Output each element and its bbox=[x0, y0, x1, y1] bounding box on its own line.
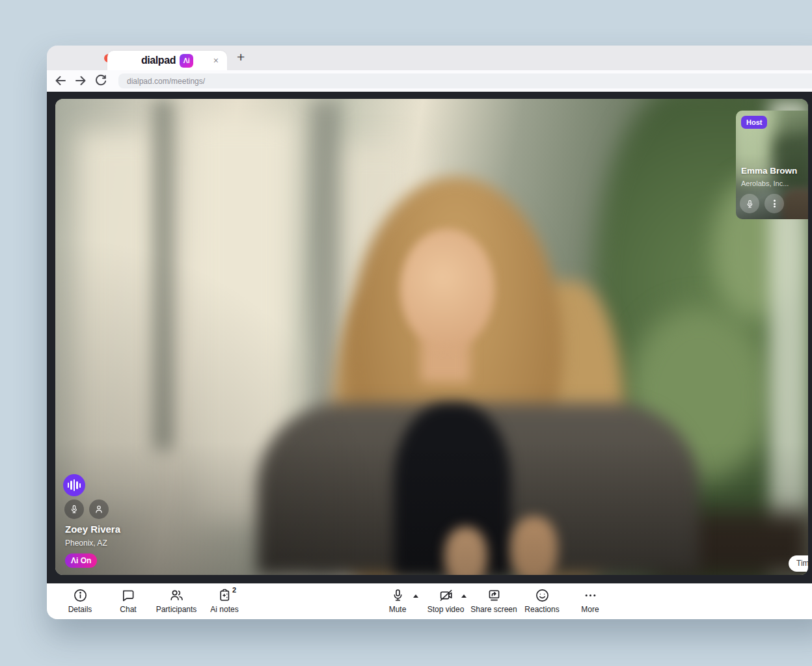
participants-button[interactable]: Participants bbox=[152, 583, 200, 614]
ai-on-badge: Ʌi On bbox=[65, 553, 97, 568]
video-options-caret-icon[interactable] bbox=[461, 594, 467, 598]
thumbnail-menu-button kebab-menu-icon[interactable] bbox=[765, 194, 784, 213]
share-screen-button[interactable]: Share screen bbox=[470, 583, 518, 614]
speaker-location: Pheonix, AZ bbox=[65, 539, 107, 548]
person-icon bbox=[89, 500, 109, 519]
details-button[interactable]: Details bbox=[56, 583, 104, 614]
ai-notes-count-badge: 2 bbox=[232, 586, 236, 594]
more-button[interactable]: More bbox=[566, 583, 614, 614]
dialpad-logo: dialpad bbox=[141, 55, 176, 66]
mute-button[interactable]: Mute bbox=[373, 583, 422, 614]
forward-arrow-icon[interactable] bbox=[74, 73, 88, 88]
chat-icon bbox=[121, 588, 136, 603]
info-icon bbox=[73, 588, 88, 603]
reload-icon[interactable] bbox=[94, 73, 108, 88]
ai-notes-icon bbox=[217, 588, 232, 603]
remote-video-thumbnail[interactable]: Host Emma Brown Aerolabs, Inc... bbox=[736, 111, 808, 219]
back-arrow-icon[interactable] bbox=[53, 73, 68, 88]
host-badge: Host bbox=[741, 116, 767, 129]
speaking-indicator waveform-icon bbox=[63, 474, 85, 496]
new-tab-button[interactable]: + bbox=[237, 49, 245, 65]
address-bar[interactable]: dialpad.com/meetings/ bbox=[118, 73, 812, 88]
browser-titlebar: dialpad Ʌi × + bbox=[47, 46, 812, 70]
more-dots-icon bbox=[583, 588, 598, 603]
speaker-name: Zoey Rivera bbox=[65, 524, 120, 535]
stop-video-button[interactable]: Stop video bbox=[422, 583, 470, 614]
meeting-app: Zoey Rivera Pheonix, AZ Ʌi On Timer Host… bbox=[47, 92, 812, 583]
reactions-button[interactable]: Reactions bbox=[518, 583, 566, 614]
timer-button[interactable]: Timer bbox=[789, 555, 808, 572]
main-video-tile: Zoey Rivera Pheonix, AZ Ʌi On Timer Host… bbox=[55, 99, 808, 575]
meeting-toolbar: Details Chat Participants 2 Ai notes Mut… bbox=[47, 583, 812, 619]
remote-participant-name: Emma Brown bbox=[741, 166, 797, 176]
microphone-icon bbox=[745, 199, 755, 209]
mute-options-caret-icon[interactable] bbox=[413, 594, 418, 598]
smiley-icon bbox=[535, 588, 550, 603]
browser-navbar: dialpad.com/meetings/ bbox=[47, 70, 812, 92]
browser-tab-dialpad[interactable]: dialpad Ʌi × bbox=[107, 51, 227, 70]
remote-participant-company: Aerolabs, Inc... bbox=[741, 180, 789, 187]
ai-notes-button[interactable]: 2 Ai notes bbox=[200, 583, 249, 614]
microphone-status-icon bbox=[64, 500, 84, 519]
url-text: dialpad.com/meetings/ bbox=[127, 77, 205, 86]
tab-close-icon[interactable]: × bbox=[213, 55, 219, 66]
microphone-icon bbox=[390, 588, 405, 603]
chat-button[interactable]: Chat bbox=[104, 583, 152, 614]
participants-icon bbox=[169, 588, 184, 603]
dialpad-ai-logo-icon: Ʌi bbox=[180, 54, 193, 68]
browser-window: dialpad Ʌi × + dialpad.com/meetings/ bbox=[47, 46, 812, 619]
thumbnail-mute-button[interactable] bbox=[740, 194, 759, 213]
share-screen-icon bbox=[487, 588, 502, 603]
corner-shade bbox=[55, 99, 808, 575]
video-off-icon bbox=[439, 588, 453, 603]
